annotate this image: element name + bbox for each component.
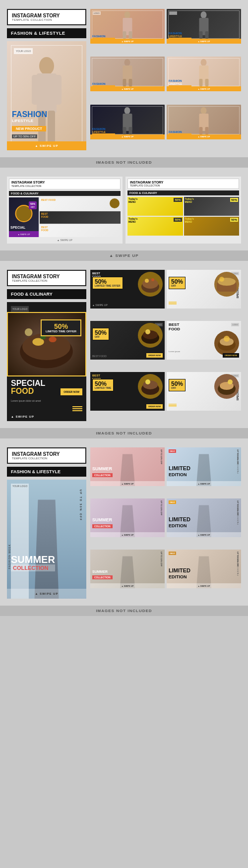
section1-layout: INSTAGRAM STORY TEMPLATE COLLECTION FASH…: [7, 9, 241, 150]
summer-card-4: FASHION WEEK LIMITED EDITION SALE UP TO …: [167, 498, 241, 537]
mini-fashion-label-2: FASHIONLIFESTYLE: [169, 32, 182, 38]
sc2-limited: LIMITED: [169, 466, 190, 471]
sc3-upto: UP TO 50% OFF: [160, 500, 163, 515]
fc3-order[interactable]: ORDER NOW: [146, 353, 163, 358]
s2-mini-food-1a: BEST FOOD: [40, 197, 121, 210]
fc6-img: [214, 374, 239, 399]
mc-today-2: Today's MENU: [185, 198, 194, 203]
s3-pct-off: LIMITED TIME OFFER: [46, 330, 76, 333]
section4-right-grid: SUMMER COLLECTION UP TO 50% OFF ▲ SWIPE …: [90, 447, 241, 599]
food-img-svg-3: [138, 323, 163, 348]
section3-right-grid: BESTFOOD 50%LIMITED TIME OFFER ▲ SWIPE U…: [90, 270, 241, 421]
svg-point-52: [145, 379, 150, 384]
svg-point-14: [124, 59, 130, 66]
mini-swipe-3: ▲ SWIPE UP: [90, 86, 165, 91]
svg-rect-25: [123, 127, 126, 134]
fc4-logo: LOGO: [231, 323, 239, 326]
s4-swipe-text: ▲ SWIPE UP: [35, 592, 59, 595]
svg-rect-3: [55, 75, 62, 105]
section1-title-sub: TEMPLATE COLLECTION: [12, 18, 81, 21]
mf-label-1c: BESTFOOD: [41, 226, 48, 232]
sc1-upto: UP TO 50% OFF: [160, 449, 163, 464]
food-card-6: LOGO SPECIAL FOOD 50%OFF: [167, 372, 241, 411]
fc4-lorem: Lorem ipsum: [169, 350, 180, 353]
images-note-3: IMAGES NOT INCLUDED: [96, 431, 152, 435]
s3-lorem: Lorem ipsum dolor sit amet: [11, 399, 41, 402]
s4-figure: [29, 499, 64, 599]
pct-badge-1: 50% OFF: [29, 201, 37, 209]
mini-figure-6: [195, 107, 213, 134]
mc-today-3: Today's MENU: [128, 218, 137, 223]
s2-mc-1: Today's MENU 50%: [127, 197, 183, 216]
section-food-large: INSTAGRAM STORY TEMPLATE COLLECTION FOOD…: [0, 261, 248, 428]
swipe-bar: ▲ SWIPE UP: [7, 141, 86, 150]
food-card-1: BESTFOOD 50%LIMITED TIME OFFER ▲ SWIPE U…: [90, 270, 165, 309]
svg-point-40: [151, 278, 154, 281]
fc4-order[interactable]: ORDER NOW: [223, 353, 239, 358]
divider-1: IMAGES NOT INCLUDED: [0, 157, 248, 168]
fc5-pct: 50%LIMITED TIME: [92, 379, 114, 391]
mf-img-1a: [110, 198, 120, 208]
mf-label-1a: BEST FOOD: [41, 198, 56, 201]
pct-text-1: 50%: [30, 202, 35, 205]
mc-pct-1: 50%: [174, 198, 182, 202]
s2-b1-cards: 50% OFF SPECIAL ▲ SWIPE UP BEST FOOD BES…: [9, 197, 121, 237]
svg-rect-29: [199, 127, 203, 134]
food-img-svg-2: [214, 272, 239, 297]
mini-figure-5: [119, 107, 136, 134]
s2-mc-3: Today's MENU 50%: [127, 217, 183, 236]
mini-card-3: FASHION NEW PRODUCT ▲ SWIPE UP: [90, 57, 165, 91]
sc1-collection: COLLECTION: [92, 473, 113, 477]
sc5-summer: SUMMER: [92, 570, 108, 573]
mini-figure-2: [195, 11, 213, 39]
section3-main-card: YOUR LOGO 50% LIMITED TIME OF: [7, 302, 86, 421]
s2-block-1: INSTAGRAM STORY TEMPLATE COLLECTION FOOD…: [7, 177, 123, 244]
s4-vertical-sale: UP TO 50% OFF: [79, 490, 82, 521]
card-logo: YOUR LOGO: [14, 48, 33, 54]
svg-point-51: [143, 380, 158, 389]
svg-point-31: [22, 333, 70, 360]
svg-rect-12: [205, 31, 209, 39]
section3-category: FOOD & CULINARY: [7, 289, 86, 299]
swipe-text: ▲ SWIPE UP: [35, 144, 59, 147]
s2-mc-2: Today's MENU 50%: [184, 197, 240, 216]
s3-order-btn[interactable]: ORDER NOW: [61, 388, 82, 395]
sc5-swipe: ▲ SWIPE UP: [90, 583, 165, 588]
summer-card-5: SUMMER COLLECTION UP TO 50% OFF ▲ SWIPE …: [90, 550, 165, 588]
summer-card-3: SUMMER COLLECTION UP TO 50% OFF ▲ SWIPE …: [90, 498, 165, 537]
mini-figure-4: [195, 59, 213, 86]
mf-label-1b: BESTFOOD: [41, 212, 48, 218]
fc3-img: [138, 323, 163, 348]
s2-b1-cat: FOOD & CULINARY: [9, 191, 121, 196]
summer-card-6: FASHION WEEK LIMITED EDITION SALE UP TO …: [167, 550, 241, 588]
s3-swipe-text: ▲ SWIPE UP: [11, 415, 34, 418]
s2-block2-header: INSTAGRAM STORY TEMPLATE COLLECTION: [127, 179, 239, 189]
fashion-text: FASHION: [12, 111, 47, 119]
sc4-edition: EDITION: [169, 523, 187, 528]
section-food-thumbs: INSTAGRAM STORY TEMPLATE COLLECTION FOOD…: [0, 168, 248, 250]
sc4-sale: SALE: [169, 500, 176, 504]
s3-swipe-bar: ▲ SWIPE UP: [7, 412, 86, 421]
mc-today-4: Today's MENU: [185, 218, 194, 223]
sc2-sale: SALE: [169, 449, 176, 453]
s4-logo: YOUR LOGO: [11, 484, 29, 599]
divider-2: ▲ SWIPE UP: [0, 250, 248, 261]
svg-point-33: [49, 337, 57, 343]
mini-card-6: FASHION NEW PRODUCT ▲ SWIPE UP: [167, 105, 241, 139]
mini-swipe-5: ▲ SWIPE UP: [90, 134, 165, 139]
mc-pct-2: 50%: [230, 198, 238, 202]
sc5-collection: COLLECTION: [92, 575, 113, 579]
mini-figure-3: [119, 59, 136, 86]
s2-b1-sub: TEMPLATE COLLECTION: [11, 185, 118, 187]
fc5-order[interactable]: ORDER NOW: [146, 404, 163, 409]
s2-block-2: INSTAGRAM STORY TEMPLATE COLLECTION FOOD…: [125, 177, 241, 244]
mini-swipe-2: ▲ SWIPE UP: [167, 39, 241, 44]
section2-layout: INSTAGRAM STORY TEMPLATE COLLECTION FOOD…: [7, 177, 241, 244]
food-img-svg-5: [138, 374, 163, 399]
s3-special: SPECIAL: [11, 379, 45, 387]
svg-rect-9: [123, 31, 126, 39]
sc2-swipe: ▲ SWIPE UP: [167, 481, 241, 486]
svg-rect-28: [205, 127, 209, 134]
mini-card-5: FASHIONLIFESTYLE NEW PRODUCT ▲ SWIPE UP: [90, 105, 165, 139]
up-to-text: UP TO 50% OFF: [12, 134, 37, 138]
